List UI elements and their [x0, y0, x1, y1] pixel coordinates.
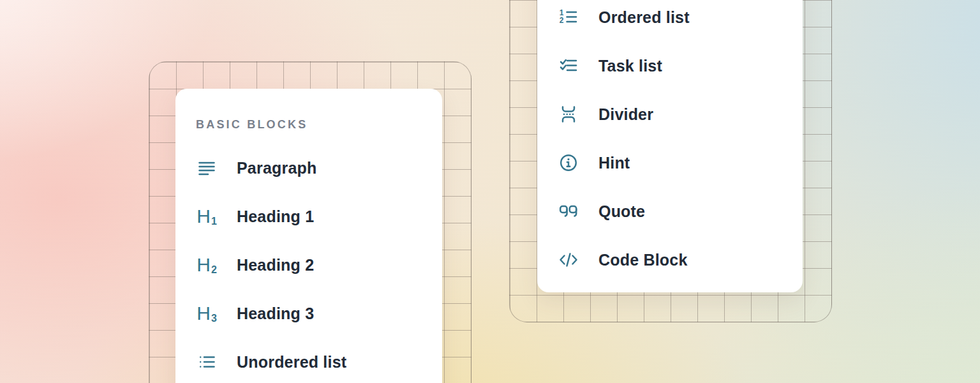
menu-item-heading-2[interactable]: H2 Heading 2	[175, 241, 442, 289]
menu-item-code-block[interactable]: Code Block	[537, 236, 803, 284]
task-list-icon	[558, 56, 579, 76]
menu-item-label: Task list	[598, 57, 662, 75]
svg-text:2: 2	[560, 16, 564, 25]
menu-item-heading-1[interactable]: H1 Heading 1	[175, 192, 442, 241]
menu-item-label: Heading 2	[237, 256, 314, 274]
basic-blocks-items: Paragraph H1 Heading 1 H2 Heading 2 H3 H…	[175, 144, 442, 383]
menu-item-quote[interactable]: Quote	[537, 187, 803, 236]
paragraph-icon	[197, 158, 217, 178]
menu-item-label: Heading 3	[237, 304, 314, 323]
menu-item-label: Hint	[598, 154, 630, 172]
menu-item-label: Heading 1	[237, 207, 314, 226]
hint-icon	[558, 153, 579, 173]
divider-icon	[558, 104, 579, 124]
ordered-list-icon: 1 2	[558, 7, 579, 27]
menu-item-heading-3[interactable]: H3 Heading 3	[175, 289, 442, 338]
menu-item-hint[interactable]: Hint	[537, 139, 803, 187]
quote-icon	[558, 201, 579, 222]
menu-item-label: Ordered list	[598, 8, 690, 27]
menu-item-label: Divider	[598, 105, 653, 124]
menu-item-divider[interactable]: Divider	[537, 90, 803, 139]
basic-blocks-menu: BASIC BLOCKS Paragraph H1 Heading 1 H2 H…	[175, 89, 442, 383]
menu-item-label: Code Block	[598, 251, 688, 269]
heading-3-icon: H3	[197, 303, 217, 324]
menu-item-ordered-list[interactable]: 1 2 Ordered list	[537, 0, 803, 41]
blocks-menu-continued: 1 2 Ordered list Task list	[537, 0, 803, 292]
menu-item-label: Paragraph	[237, 159, 316, 177]
blocks-items: 1 2 Ordered list Task list	[537, 0, 803, 284]
menu-item-paragraph[interactable]: Paragraph	[175, 144, 442, 192]
menu-item-task-list[interactable]: Task list	[537, 41, 803, 90]
menu-item-unordered-list[interactable]: Unordered list	[175, 338, 442, 383]
code-block-icon	[558, 250, 579, 270]
heading-1-icon: H1	[197, 206, 217, 227]
section-label-basic-blocks: BASIC BLOCKS	[196, 117, 442, 132]
unordered-list-icon	[197, 352, 217, 372]
heading-2-icon: H2	[197, 255, 217, 275]
menu-item-label: Unordered list	[237, 353, 346, 372]
menu-item-label: Quote	[598, 202, 645, 221]
